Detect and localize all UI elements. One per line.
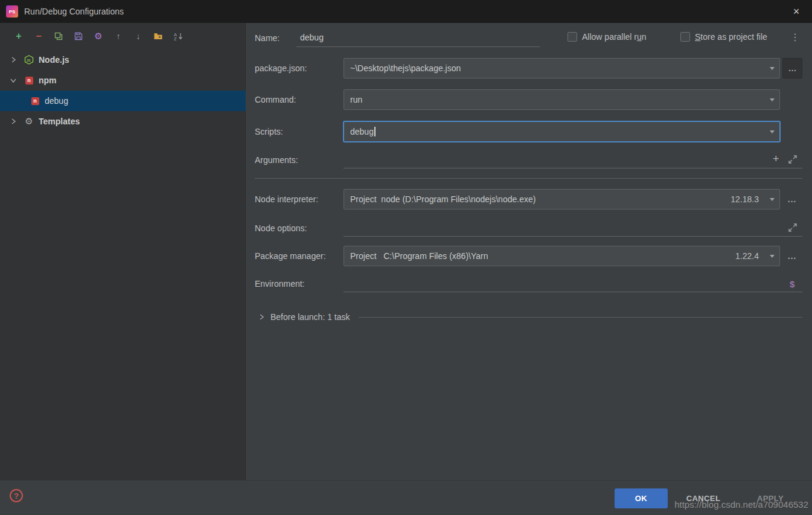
arrow-down-icon: ↓	[136, 31, 141, 41]
store-as-project-file-label: Store as project file	[695, 32, 767, 42]
copy-configuration-button[interactable]	[54, 31, 63, 41]
combo-arrow-icon[interactable]	[765, 59, 779, 78]
configurations-sidebar: + − ⚙ ↑ ↓ + AZ	[0, 23, 246, 480]
expand-icon	[788, 223, 798, 232]
expand-arguments-button[interactable]	[788, 155, 798, 166]
scripts-value: debug	[344, 127, 765, 136]
copy-icon	[54, 31, 63, 41]
scripts-select[interactable]: debug	[344, 121, 780, 142]
package-manager-version: 1.22.4	[735, 251, 759, 261]
chevron-down-icon[interactable]	[10, 77, 17, 84]
new-folder-button[interactable]: +	[153, 31, 163, 41]
store-as-project-file-checkbox[interactable]: Store as project file	[680, 32, 767, 42]
package-manager-label: Package manager:	[255, 250, 326, 262]
combo-arrow-icon[interactable]	[765, 90, 779, 109]
close-button[interactable]: ×	[787, 5, 806, 18]
node-interpreter-value: Project node (D:\Program Files\nodejs\no…	[344, 194, 730, 204]
name-label: Name:	[255, 32, 280, 44]
before-launch-section[interactable]: Before launch: 1 task	[255, 311, 802, 323]
chevron-right-icon[interactable]	[258, 313, 265, 321]
combo-arrow-icon[interactable]	[765, 190, 779, 209]
tree-item-label: debug	[45, 96, 68, 106]
add-argument-button[interactable]: +	[773, 153, 779, 164]
plus-icon: +	[16, 31, 21, 41]
npm-icon: n	[24, 75, 34, 85]
apply-button[interactable]: APPLY	[740, 488, 801, 508]
window-title: Run/Debug Configurations	[24, 7, 124, 16]
before-launch-label: Before launch: 1 task	[270, 312, 350, 322]
floppy-disk-icon	[74, 31, 83, 41]
tree-item-templates[interactable]: ⚙ Templates	[0, 111, 246, 132]
ellipsis-icon: …	[787, 251, 796, 261]
title-bar: PS Run/Debug Configurations ×	[0, 0, 812, 23]
move-up-button[interactable]: ↑	[113, 31, 123, 41]
chevron-right-icon[interactable]	[10, 118, 17, 125]
node-interpreter-browse-button[interactable]: …	[787, 194, 796, 204]
configuration-form: Name: debug Allow parallel run Store as …	[246, 23, 811, 480]
help-button[interactable]: ?	[10, 489, 23, 502]
command-value: run	[344, 95, 765, 104]
combo-arrow-icon[interactable]	[765, 246, 779, 266]
before-launch-divider	[359, 317, 802, 318]
expand-icon	[788, 155, 798, 164]
tree-item-label: Templates	[39, 117, 80, 126]
package-json-select[interactable]: ~\Desktop\thejs\package.json	[344, 58, 780, 78]
checkbox-box	[567, 32, 577, 42]
node-interpreter-version: 12.18.3	[730, 194, 759, 204]
arrow-up-icon: ↑	[117, 31, 121, 41]
help-icon: ?	[14, 491, 19, 501]
name-input[interactable]: debug	[296, 28, 540, 47]
text-caret	[374, 127, 376, 136]
more-options-button[interactable]: ⋮	[790, 31, 800, 43]
node-interpreter-label: Node interpreter:	[255, 193, 318, 205]
ellipsis-icon: …	[788, 63, 797, 73]
tree-item-label: npm	[39, 75, 57, 85]
tree-item-debug[interactable]: n debug	[0, 91, 246, 111]
kebab-icon: ⋮	[790, 32, 800, 42]
dollar-icon: $	[790, 279, 794, 289]
node-interpreter-select[interactable]: Project node (D:\Program Files\nodejs\no…	[344, 189, 780, 210]
phpstorm-logo-icon: PS	[6, 5, 18, 18]
combo-arrow-icon[interactable]	[765, 122, 779, 141]
close-icon: ×	[793, 5, 800, 18]
checkbox-box	[680, 32, 690, 42]
npm-icon: n	[30, 96, 40, 106]
minus-icon: −	[36, 31, 41, 41]
sort-alphabetically-button[interactable]: AZ	[173, 31, 183, 41]
name-value: debug	[296, 28, 540, 46]
package-json-browse-button[interactable]: …	[782, 58, 802, 78]
ok-button[interactable]: OK	[615, 488, 668, 508]
save-configuration-button[interactable]	[74, 31, 83, 41]
arguments-label: Arguments:	[255, 154, 298, 166]
command-label: Command:	[255, 94, 296, 106]
templates-gear-icon: ⚙	[24, 117, 34, 126]
scripts-label: Scripts:	[255, 126, 283, 138]
cancel-button[interactable]: CANCEL	[674, 488, 733, 508]
section-separator	[255, 178, 802, 179]
arguments-input[interactable]	[344, 150, 802, 168]
run-debug-configurations-dialog: PS Run/Debug Configurations × + − ⚙ ↑ ↓ …	[0, 0, 812, 515]
gear-icon: ⚙	[94, 31, 102, 41]
expand-node-options-button[interactable]	[788, 223, 798, 234]
move-down-button[interactable]: ↓	[133, 31, 143, 41]
allow-parallel-run-checkbox[interactable]: Allow parallel run	[567, 32, 647, 42]
allow-parallel-run-label: Allow parallel run	[582, 32, 647, 42]
svg-text:Z: Z	[174, 36, 177, 41]
tree-item-npm[interactable]: n npm	[0, 70, 246, 91]
environment-label: Environment:	[255, 278, 304, 290]
chevron-right-icon[interactable]	[10, 56, 17, 63]
add-configuration-button[interactable]: +	[14, 31, 24, 41]
svg-text:JS: JS	[27, 59, 31, 62]
command-select[interactable]: run	[344, 89, 780, 110]
node-options-input[interactable]	[344, 218, 802, 237]
edit-templates-button[interactable]: ⚙	[94, 31, 103, 41]
environment-variables-button[interactable]: $	[790, 279, 794, 289]
package-json-value: ~\Desktop\thejs\package.json	[344, 63, 765, 73]
tree-item-nodejs[interactable]: JS Node.js	[0, 50, 246, 70]
dialog-footer: ? OK CANCEL APPLY	[0, 480, 812, 515]
environment-input[interactable]	[344, 273, 802, 292]
remove-configuration-button[interactable]: −	[34, 31, 43, 41]
package-manager-select[interactable]: Project C:\Program Files (x86)\Yarn 1.22…	[344, 246, 780, 266]
nodejs-icon: JS	[24, 55, 34, 65]
package-manager-browse-button[interactable]: …	[787, 251, 796, 261]
